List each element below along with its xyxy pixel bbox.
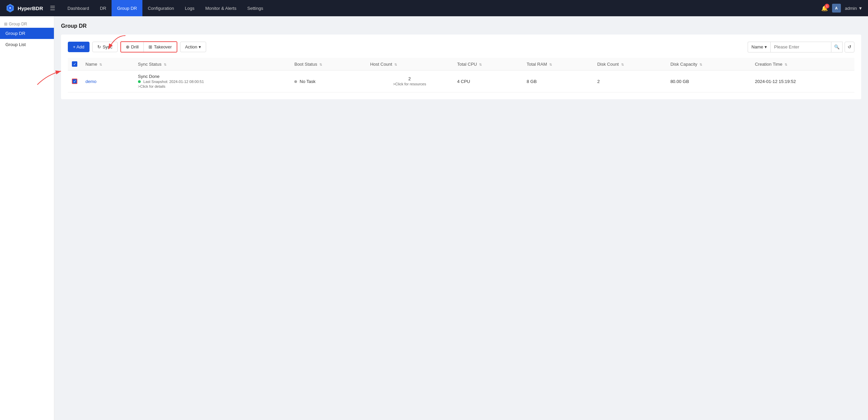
grid-icon: ⊞ xyxy=(4,22,7,26)
add-button[interactable]: + Add xyxy=(68,42,90,52)
drill-takeover-group: ⊕ Drill ⊞ Takeover xyxy=(120,41,177,52)
sync-dot-icon xyxy=(138,80,141,83)
takeover-button[interactable]: ⊞ Takeover xyxy=(143,42,177,52)
col-host-count: Host Count ⇅ xyxy=(366,58,453,70)
sort-name-icon[interactable]: ⇅ xyxy=(99,63,102,66)
drill-icon: ⊕ xyxy=(126,44,130,49)
action-chevron-icon: ▾ xyxy=(199,44,201,49)
sync-last-snapshot: Last Snapshot: 2024-01-12 08:00:51 xyxy=(138,80,286,84)
col-disk-count: Disk Count ⇅ xyxy=(593,58,666,70)
col-sync-status: Sync Status ⇅ xyxy=(134,58,290,70)
cell-total-cpu: 4 CPU xyxy=(453,70,522,92)
cell-disk-capacity: 80.00 GB xyxy=(666,70,751,92)
sidebar-section-label: ⊞ Group DR xyxy=(0,19,54,28)
cell-disk-count: 2 xyxy=(593,70,666,92)
cell-creation-time: 2024-01-12 15:19:52 xyxy=(751,70,854,92)
chevron-down-icon: ▼ xyxy=(858,6,863,11)
sort-boot-icon[interactable]: ⇅ xyxy=(319,63,322,66)
notification-badge: 1 xyxy=(825,4,829,8)
notification-bell-icon[interactable]: 🔔 1 xyxy=(821,5,828,12)
cell-sync-status: Sync Done Last Snapshot: 2024-01-12 08:0… xyxy=(134,70,290,92)
toolbar: + Add ↻ Sync ⊕ Drill ⊞ Takeover xyxy=(68,41,854,52)
action-button[interactable]: Action ▾ xyxy=(180,42,206,52)
cell-host-count: 2 >Click for resources xyxy=(366,70,453,92)
cell-boot-status: No Task xyxy=(290,70,366,92)
demo-link[interactable]: demo xyxy=(85,79,97,84)
nav-item-settings[interactable]: Settings xyxy=(242,0,269,16)
sidebar-item-group-list[interactable]: Group List xyxy=(0,39,54,50)
nav-item-group-dr[interactable]: Group DR xyxy=(112,0,142,16)
cell-name: demo xyxy=(81,70,134,92)
col-boot-status: Boot Status ⇅ xyxy=(290,58,366,70)
search-select-chevron-icon: ▾ xyxy=(765,44,767,49)
search-submit-button[interactable]: 🔍 xyxy=(831,42,843,52)
row-checkbox-cell[interactable] xyxy=(68,70,81,92)
user-menu[interactable]: admin ▼ xyxy=(845,6,863,11)
sync-status-label: Sync Done xyxy=(138,74,286,79)
top-right-actions: 🔔 1 A admin ▼ xyxy=(821,4,863,13)
col-name: Name ⇅ xyxy=(81,58,134,70)
hamburger-icon[interactable]: ☰ xyxy=(48,3,57,13)
nav-item-dashboard[interactable]: Dashboard xyxy=(62,0,95,16)
sync-details-link[interactable]: >Click for details xyxy=(138,84,165,88)
search-area: Name ▾ 🔍 ↺ xyxy=(748,42,854,52)
avatar: A xyxy=(832,4,841,13)
sidebar: ⊞ Group DR Group DR Group List xyxy=(0,16,54,420)
sort-disk-count-icon[interactable]: ⇅ xyxy=(621,63,624,66)
sort-ram-icon[interactable]: ⇅ xyxy=(549,63,552,66)
nav-item-configuration[interactable]: Configuration xyxy=(142,0,179,16)
main-content: Group DR + Add ↻ Sync ⊕ Drill ⊞ Ta xyxy=(54,16,868,420)
drill-button[interactable]: ⊕ Drill xyxy=(121,42,143,52)
col-disk-capacity: Disk Capacity ⇅ xyxy=(666,58,751,70)
nav-item-logs[interactable]: Logs xyxy=(179,0,200,16)
col-creation-time: Creation Time ⇅ xyxy=(751,58,854,70)
sync-button[interactable]: ↻ Sync xyxy=(92,42,118,52)
takeover-icon: ⊞ xyxy=(149,44,152,49)
col-total-cpu: Total CPU ⇅ xyxy=(453,58,522,70)
page-title: Group DR xyxy=(61,23,861,29)
refresh-button[interactable]: ↺ xyxy=(845,42,854,52)
nav-item-dr[interactable]: DR xyxy=(95,0,112,16)
content-card: + Add ↻ Sync ⊕ Drill ⊞ Takeover xyxy=(61,35,861,99)
select-all-header[interactable] xyxy=(68,58,81,70)
search-field-select[interactable]: Name ▾ xyxy=(748,42,770,52)
app-logo[interactable]: HyperBDR xyxy=(5,3,43,13)
row-checkbox[interactable] xyxy=(72,79,77,84)
user-name: admin xyxy=(845,6,857,11)
nav-items: Dashboard DR Group DR Configuration Logs… xyxy=(62,0,821,16)
nav-item-monitor-alerts[interactable]: Monitor & Alerts xyxy=(200,0,242,16)
app-name: HyperBDR xyxy=(18,5,43,11)
host-resources-link[interactable]: >Click for resources xyxy=(393,82,426,86)
sort-creation-icon[interactable]: ⇅ xyxy=(785,63,787,66)
top-navigation: HyperBDR ☰ Dashboard DR Group DR Configu… xyxy=(0,0,868,16)
cell-total-ram: 8 GB xyxy=(522,70,593,92)
sidebar-item-group-dr[interactable]: Group DR xyxy=(0,28,54,39)
boot-dot-icon xyxy=(294,80,297,83)
table-row: demo Sync Done Last Snapshot: 2024-01-12… xyxy=(68,70,854,92)
group-dr-table: Name ⇅ Sync Status ⇅ Boot Status ⇅ Hos xyxy=(68,58,854,92)
select-all-checkbox[interactable] xyxy=(72,61,77,67)
sort-host-icon[interactable]: ⇅ xyxy=(394,63,397,66)
sort-cpu-icon[interactable]: ⇅ xyxy=(479,63,482,66)
sync-icon: ↻ xyxy=(97,44,101,49)
sort-disk-cap-icon[interactable]: ⇅ xyxy=(699,63,702,66)
sort-sync-icon[interactable]: ⇅ xyxy=(164,63,166,66)
col-total-ram: Total RAM ⇅ xyxy=(522,58,593,70)
search-input[interactable] xyxy=(770,42,831,52)
